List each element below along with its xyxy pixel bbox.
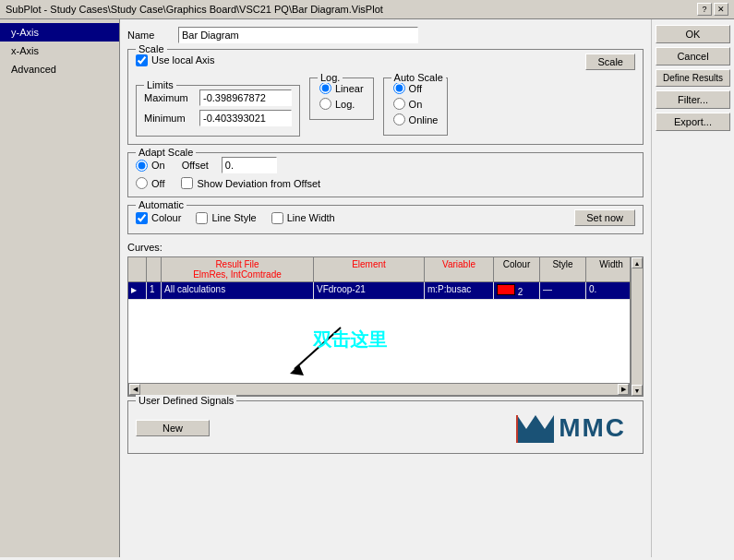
title-text: SubPlot - Study Cases\Study Case\Graphic… xyxy=(6,4,383,15)
autoscale-on-label: On xyxy=(409,99,423,110)
autoscale-online-row: Online xyxy=(393,113,439,125)
curves-section: Curves: Result File ElmRes, IntComtrade … xyxy=(127,242,644,397)
mmc-icon xyxy=(512,411,559,446)
adapt-scale-group: Adapt Scale On Offset Off Show Deviation… xyxy=(127,152,644,197)
line-style-label: Line Style xyxy=(211,212,256,223)
automatic-group: Automatic Colour Line Style Line Width S… xyxy=(127,205,644,234)
export-button[interactable]: Export... xyxy=(656,113,730,131)
autoscale-online-label: Online xyxy=(409,114,439,125)
name-input[interactable] xyxy=(178,27,418,43)
left-panel: y-Axis x-Axis Advanced xyxy=(0,19,120,557)
hscroll-right-button[interactable]: ▶ xyxy=(618,384,629,395)
max-row: Maximum xyxy=(144,89,292,106)
colour-box xyxy=(497,284,515,295)
name-row: Name xyxy=(127,27,644,43)
user-defined-signals-group: User Defined Signals New MMC xyxy=(127,400,644,454)
linear-radio[interactable] xyxy=(319,82,331,94)
log-radio[interactable] xyxy=(319,98,331,110)
define-results-button[interactable]: Define Results xyxy=(656,69,730,87)
vscroll-track xyxy=(632,268,643,385)
min-input[interactable] xyxy=(199,110,292,126)
autoscale-off-radio[interactable] xyxy=(393,82,405,94)
use-local-axis-row: Use local Axis xyxy=(136,54,214,66)
automatic-legend: Automatic xyxy=(136,199,187,210)
filter-button[interactable]: Filter... xyxy=(656,90,730,109)
curves-header: Result File ElmRes, IntComtrade Element … xyxy=(128,257,630,282)
col-width: Width xyxy=(586,257,631,281)
offset-label: Offset xyxy=(182,160,209,171)
autoscale-online-radio[interactable] xyxy=(393,113,405,125)
sidebar-item-y-axis[interactable]: y-Axis xyxy=(0,23,119,42)
name-label: Name xyxy=(127,30,178,41)
automatic-row: Colour Line Style Line Width Set now xyxy=(136,209,635,226)
min-label: Minimum xyxy=(144,113,199,124)
three-cols: Limits Maximum Minimum Log. Line xyxy=(136,77,635,137)
vscroll-up-button[interactable]: ▲ xyxy=(632,257,643,268)
colour-label: Colour xyxy=(151,212,181,223)
autoscale-on-radio[interactable] xyxy=(393,98,405,110)
limits-legend: Limits xyxy=(144,79,176,90)
annotation-text: 双击这里 xyxy=(313,328,387,352)
mmc-logo: MMC xyxy=(512,411,626,446)
adapt-on-row: On Offset xyxy=(136,157,635,173)
horizontal-scrollbar[interactable]: ◀ ▶ xyxy=(128,383,630,396)
new-button[interactable]: New xyxy=(136,420,210,436)
scale-legend: Scale xyxy=(136,43,167,54)
log-label: Log. xyxy=(335,99,355,110)
adapt-on-label: On xyxy=(151,160,165,171)
help-button[interactable]: ? xyxy=(697,3,712,16)
col-result-file: Result File ElmRes, IntComtrade xyxy=(162,257,314,281)
col-style: Style xyxy=(540,257,586,281)
line-width-label: Line Width xyxy=(287,212,335,223)
cell-style: — xyxy=(540,282,586,299)
autoscale-on-row: On xyxy=(393,98,439,110)
main-layout: y-Axis x-Axis Advanced Name Scale Use lo… xyxy=(0,19,734,557)
col-variable: Variable xyxy=(425,257,494,281)
cell-element: VFdroop-21 xyxy=(314,282,425,299)
max-input[interactable] xyxy=(199,89,292,106)
curves-label: Curves: xyxy=(127,242,644,253)
col-num xyxy=(147,257,162,281)
limits-group: Limits Maximum Minimum xyxy=(136,85,300,137)
hscroll-left-button[interactable]: ◀ xyxy=(129,384,140,395)
cell-width: 0. xyxy=(586,282,631,299)
user-signals-legend: User Defined Signals xyxy=(136,395,236,406)
annotation-area: 双击这里 xyxy=(128,300,630,383)
scale-button[interactable]: Scale xyxy=(585,54,635,70)
adapt-off-radio[interactable] xyxy=(136,177,148,189)
adapt-legend: Adapt Scale xyxy=(136,147,196,158)
use-local-axis-checkbox[interactable] xyxy=(136,54,148,66)
set-now-button[interactable]: Set now xyxy=(574,209,635,226)
sidebar-item-x-axis[interactable]: x-Axis xyxy=(0,42,119,60)
sidebar-item-advanced[interactable]: Advanced xyxy=(0,60,119,78)
svg-marker-2 xyxy=(517,415,535,443)
cancel-button[interactable]: Cancel xyxy=(656,47,730,66)
show-deviation-label: Show Deviation from Offset xyxy=(197,178,320,189)
cell-colour: 2 xyxy=(494,282,540,299)
linear-row: Linear xyxy=(319,82,364,94)
close-button[interactable]: ✕ xyxy=(714,3,728,16)
autoscale-off-row: Off xyxy=(393,82,439,94)
colour-checkbox[interactable] xyxy=(136,212,148,224)
mmc-text: MMC xyxy=(559,413,626,443)
show-deviation-checkbox[interactable] xyxy=(181,177,193,189)
cell-play: ▶ xyxy=(128,282,147,299)
use-local-axis-label: Use local Axis xyxy=(151,54,214,66)
scale-group: Scale Use local Axis Scale Limits Maximu… xyxy=(127,49,644,145)
cell-result-file: All calculations xyxy=(162,282,314,299)
log-group: Log. Linear Log. xyxy=(309,77,374,120)
vscroll-down-button[interactable]: ▼ xyxy=(632,385,643,396)
autoscale-group: Auto Scale Off On Online xyxy=(383,77,449,136)
adapt-on-radio[interactable] xyxy=(136,160,148,172)
line-style-checkbox[interactable] xyxy=(196,212,208,224)
ok-button[interactable]: OK xyxy=(656,25,730,43)
hscroll-track xyxy=(140,384,618,395)
offset-input[interactable] xyxy=(222,157,277,173)
vertical-scrollbar[interactable]: ▲ ▼ xyxy=(631,256,644,397)
line-width-checkbox[interactable] xyxy=(271,212,283,224)
curves-table: Result File ElmRes, IntComtrade Element … xyxy=(127,256,631,397)
content-area: Name Scale Use local Axis Scale Limits xyxy=(120,19,651,557)
table-row[interactable]: ▶ 1 All calculations VFdroop-21 m:P:busa… xyxy=(128,282,630,300)
max-label: Maximum xyxy=(144,92,199,103)
autoscale-off-label: Off xyxy=(409,83,422,94)
